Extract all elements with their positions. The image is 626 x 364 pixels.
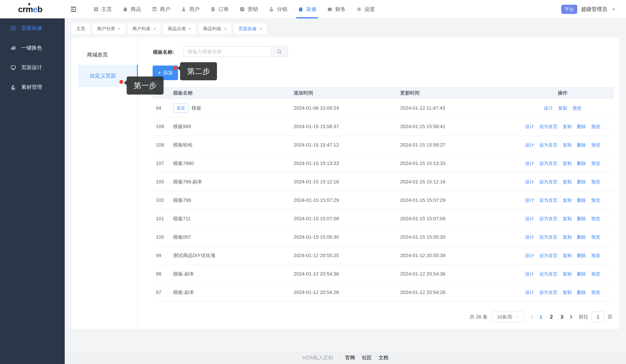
action-设计[interactable]: 设计 — [525, 161, 534, 166]
action-删除[interactable]: 删除 — [577, 271, 586, 277]
nav-item-主页[interactable]: 主页 — [88, 0, 117, 18]
close-icon[interactable]: × — [224, 26, 227, 31]
page-2[interactable]: 2 — [550, 314, 553, 320]
action-设为首页[interactable]: 设为首页 — [539, 289, 557, 296]
tab-商户分类[interactable]: 商户分类× — [93, 23, 125, 34]
action-预览[interactable]: 预览 — [572, 105, 582, 111]
action-预览[interactable]: 预览 — [591, 234, 600, 240]
nav-item-用户[interactable]: 用户 — [176, 0, 205, 18]
action-复制[interactable]: 复制 — [563, 197, 572, 203]
action-复制[interactable]: 复制 — [563, 216, 572, 222]
action-预览[interactable]: 预览 — [591, 161, 600, 166]
nav-item-装修[interactable]: 装修 — [292, 0, 322, 18]
page-design-icon — [10, 65, 16, 71]
sidebar-item-一键换色[interactable]: 一键换色 — [0, 38, 65, 58]
nav-item-商品[interactable]: 商品 — [117, 0, 146, 18]
order-icon — [210, 6, 216, 12]
page-size-select[interactable]: 10条/页 — [492, 311, 524, 323]
chevron-down-icon[interactable] — [611, 7, 616, 12]
action-删除[interactable]: 删除 — [577, 253, 586, 259]
goto-page-input[interactable] — [591, 311, 605, 323]
action-设计[interactable]: 设计 — [525, 271, 534, 277]
action-预览[interactable]: 预览 — [591, 197, 600, 203]
menu-collapse-icon[interactable] — [70, 6, 77, 13]
sidebar-item-页面装修[interactable]: 页面装修 — [0, 18, 65, 38]
next-page-icon[interactable] — [568, 314, 574, 320]
action-预览[interactable]: 预览 — [591, 142, 600, 148]
action-删除[interactable]: 删除 — [577, 289, 586, 296]
template-name-input[interactable] — [183, 47, 271, 57]
close-icon[interactable]: × — [259, 26, 262, 31]
nav-item-设置[interactable]: 设置 — [351, 0, 380, 18]
action-设计[interactable]: 设计 — [525, 289, 534, 296]
action-删除[interactable]: 删除 — [577, 197, 586, 203]
action-删除[interactable]: 删除 — [577, 179, 586, 185]
sidebar-item-素材管理[interactable]: 素材管理 — [0, 77, 65, 97]
action-删除[interactable]: 删除 — [577, 234, 586, 240]
action-设为首页[interactable]: 设为首页 — [539, 253, 557, 259]
action-删除[interactable]: 删除 — [577, 124, 586, 130]
close-icon[interactable]: × — [189, 26, 191, 31]
action-删除[interactable]: 删除 — [577, 216, 586, 222]
action-设为首页[interactable]: 设为首页 — [539, 179, 557, 185]
nav-item-营销[interactable]: 营销 — [234, 0, 263, 18]
action-复制[interactable]: 复制 — [563, 161, 572, 166]
action-复制[interactable]: 复制 — [563, 271, 572, 277]
action-设计[interactable]: 设计 — [525, 179, 534, 185]
action-设为首页[interactable]: 设为首页 — [539, 161, 557, 166]
action-设为首页[interactable]: 设为首页 — [539, 124, 557, 130]
action-设计[interactable]: 设计 — [525, 234, 534, 240]
user-name[interactable]: 超级管理员 — [581, 6, 607, 13]
tab-商户列表[interactable]: 商户列表× — [128, 23, 160, 34]
action-设计[interactable]: 设计 — [544, 105, 553, 111]
nav-item-财务[interactable]: 财务 — [322, 0, 351, 18]
top-nav: 主页商品商户用户订单营销分销装修财务设置 — [88, 0, 380, 18]
action-设计[interactable]: 设计 — [525, 124, 534, 130]
nav-item-订单[interactable]: 订单 — [205, 0, 234, 18]
action-设为首页[interactable]: 设为首页 — [539, 271, 557, 277]
step1-dot — [119, 80, 123, 84]
footer-link-文档[interactable]: 文档 — [379, 354, 388, 361]
action-复制[interactable]: 复制 — [563, 234, 572, 240]
action-预览[interactable]: 预览 — [591, 253, 600, 259]
action-设为首页[interactable]: 设为首页 — [539, 197, 557, 203]
cell-id: 102 — [153, 198, 173, 203]
action-复制[interactable]: 复制 — [563, 179, 572, 185]
nav-item-商户[interactable]: 商户 — [146, 0, 176, 18]
action-预览[interactable]: 预览 — [591, 179, 600, 185]
action-预览[interactable]: 预览 — [591, 289, 600, 296]
close-icon[interactable]: × — [153, 26, 156, 31]
action-复制[interactable]: 复制 — [563, 253, 572, 259]
goto-label: 前往 — [579, 314, 588, 320]
action-复制[interactable]: 复制 — [563, 124, 572, 130]
action-复制[interactable]: 复制 — [563, 142, 572, 148]
tab-页面装修[interactable]: 页面装修× — [234, 23, 267, 34]
action-设计[interactable]: 设计 — [525, 216, 534, 222]
prev-page-icon[interactable] — [529, 314, 535, 320]
close-icon[interactable]: × — [118, 26, 120, 31]
action-复制[interactable]: 复制 — [563, 289, 572, 296]
action-设计[interactable]: 设计 — [525, 253, 534, 259]
nav-item-分销[interactable]: 分销 — [263, 0, 292, 18]
page-3[interactable]: 3 — [560, 314, 563, 320]
action-复制[interactable]: 复制 — [558, 105, 567, 111]
action-删除[interactable]: 删除 — [577, 142, 586, 148]
page-1[interactable]: 1 — [539, 314, 542, 320]
action-设为首页[interactable]: 设为首页 — [539, 142, 557, 148]
tab-商品分类[interactable]: 商品分类× — [163, 23, 196, 34]
sidebar-item-页面设计[interactable]: 页面设计 — [0, 58, 65, 77]
action-设为首页[interactable]: 设为首页 — [539, 216, 557, 222]
action-删除[interactable]: 删除 — [577, 161, 586, 166]
pane-title[interactable]: 商城首页 — [87, 51, 108, 58]
action-设计[interactable]: 设计 — [525, 142, 534, 148]
search-button[interactable] — [271, 47, 288, 57]
action-预览[interactable]: 预览 — [591, 216, 600, 222]
footer-link-社区[interactable]: 社区 — [362, 354, 372, 361]
action-设为首页[interactable]: 设为首页 — [539, 234, 557, 240]
footer-link-官网[interactable]: 官网 — [345, 354, 355, 361]
action-预览[interactable]: 预览 — [591, 124, 600, 130]
tab-主页[interactable]: 主页 — [72, 23, 90, 34]
action-预览[interactable]: 预览 — [591, 271, 600, 277]
action-设计[interactable]: 设计 — [525, 197, 534, 203]
tab-商品列表[interactable]: 商品列表× — [199, 23, 231, 34]
